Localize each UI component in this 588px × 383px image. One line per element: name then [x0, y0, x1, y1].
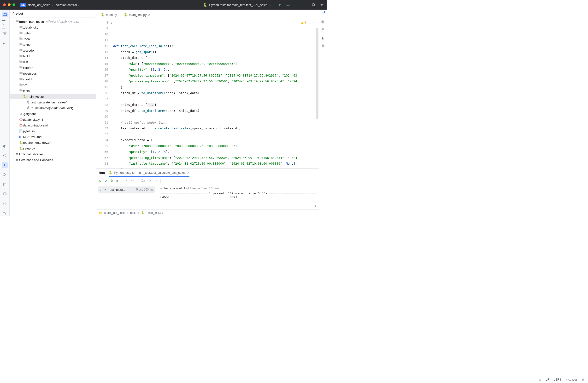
- editor-gutter[interactable]: 8▶9101112131415161718›252627282930313233…: [96, 18, 110, 168]
- breadcrumb-segment[interactable]: main_test.py: [147, 211, 163, 215]
- tests-passed-suffix: of 1 test – 5 sec 160 ms: [185, 186, 219, 190]
- test-console[interactable]: ✔ Tests passed: 1 of 1 test – 5 sec 160 …: [157, 185, 319, 209]
- tree-file[interactable]: 🐍requirements-dev.txt: [10, 140, 96, 145]
- toggle-auto-test-button[interactable]: ⥁: [111, 179, 113, 183]
- expand-all-button[interactable]: ⤢: [148, 179, 151, 183]
- tree-file[interactable]: M↓README.md: [10, 134, 96, 140]
- tab-main-test-py[interactable]: 🐍 main_test.py ✕: [121, 12, 153, 18]
- tree-file[interactable]: 🐍setup.py: [10, 145, 96, 151]
- more-tool-button[interactable]: ⋯: [2, 40, 8, 46]
- tree-file-main-test[interactable]: ⌵🐍main_test.py: [10, 94, 96, 99]
- svg-point-7: [312, 3, 315, 6]
- maximize-window-button[interactable]: [12, 3, 15, 6]
- tree-file[interactable]: Ⓨdatacontract.yaml: [10, 122, 96, 128]
- tree-folder[interactable]: ›dist: [10, 59, 96, 65]
- editor-tabs: 🐍 main.py 🐍 main_test.py ✕ ⋮: [96, 10, 319, 18]
- tree-folder[interactable]: ›fixtures: [10, 65, 96, 70]
- tree-file[interactable]: Ⓨdatabricks.yml: [10, 117, 96, 122]
- show-passed-button[interactable]: ✓: [125, 179, 128, 183]
- tree-folder[interactable]: ›.vscode: [10, 47, 96, 53]
- editor-area: 🐍 main.py 🐍 main_test.py ✕ ⋮ 8▶910111213…: [96, 10, 319, 216]
- settings-button[interactable]: [320, 3, 324, 7]
- breadcrumb-segment[interactable]: stock_last_sales: [104, 211, 126, 215]
- tree-function[interactable]: ⓕtest_calculate_last_sales(): [10, 99, 96, 105]
- tree-external-libraries[interactable]: ›𝌆External Libraries: [10, 151, 96, 157]
- run-configuration-selector[interactable]: 🐍 Python tests for main_test.test_…st_sa…: [203, 3, 271, 7]
- tree-root[interactable]: ⌵stock_last_sales~/Projects/databricks-d…: [10, 19, 96, 24]
- test-results-time: 5 sec 160 ms: [136, 188, 153, 191]
- search-everywhere-button[interactable]: [312, 3, 315, 7]
- git-tool-button[interactable]: [2, 172, 8, 178]
- svg-line-8: [315, 5, 315, 6]
- python-console-button[interactable]: ◐: [2, 143, 8, 149]
- tree-folder[interactable]: ›build: [10, 53, 96, 59]
- project-panel-header[interactable]: Project ⌵: [10, 10, 96, 18]
- test-results-tree[interactable]: ⌵ ✔ Test Results 5 sec 160 ms: [96, 185, 157, 209]
- warning-badge[interactable]: 8: [301, 20, 306, 26]
- run-toolbar-more-button[interactable]: ⋮: [164, 179, 167, 183]
- structure-tool-button[interactable]: [2, 31, 8, 37]
- debug-button[interactable]: [286, 3, 290, 7]
- breadcrumb-segment[interactable]: tests: [130, 211, 136, 215]
- commit-tool-button[interactable]: —○—: [2, 21, 8, 27]
- tree-function[interactable]: ⓕto_dataframe(spark, data_dict): [10, 105, 96, 111]
- vcs-tool-button[interactable]: [2, 210, 8, 216]
- tree-folder[interactable]: ›resources: [10, 70, 96, 76]
- editor-tabs-more-button[interactable]: ⋮: [311, 12, 317, 18]
- project-badge: SS: [20, 3, 26, 7]
- editor-scrollbar[interactable]: [316, 28, 318, 119]
- show-ignored-button[interactable]: ⊘: [131, 179, 134, 183]
- close-window-button[interactable]: [3, 3, 6, 6]
- more-actions-button[interactable]: ⋮: [294, 3, 298, 7]
- tree-scratches[interactable]: ›≣Scratches and Consoles: [10, 157, 96, 163]
- project-selector[interactable]: SS stock_last_sales ⌵: [20, 3, 53, 7]
- databricks-button[interactable]: ◗: [322, 36, 324, 40]
- editor-body: 8▶9101112131415161718›252627282930313233…: [96, 18, 319, 168]
- tree-file[interactable]: 📄pytest.ini: [10, 128, 96, 134]
- tree-folder[interactable]: ›.venv: [10, 42, 96, 47]
- rerun-failed-button[interactable]: ⟳: [105, 179, 107, 183]
- python-icon: 🐍: [141, 211, 145, 215]
- tree-folder-tests[interactable]: ⌵tests: [10, 88, 96, 94]
- ai-assistant-button[interactable]: ⓐ: [321, 20, 324, 24]
- test-history-button[interactable]: ◷: [154, 179, 157, 183]
- tab-main-py[interactable]: 🐍 main.py: [98, 12, 120, 18]
- database-tool-button[interactable]: [321, 28, 325, 32]
- tree-folder[interactable]: ›.github: [10, 30, 96, 36]
- editor-inspection-badges[interactable]: 8 ︿ ﹀: [301, 20, 315, 26]
- next-highlight-button[interactable]: ﹀: [313, 20, 315, 26]
- svg-rect-12: [4, 34, 5, 35]
- close-tab-button[interactable]: ✕: [148, 13, 150, 17]
- version-control-menu[interactable]: Version control ⌵: [56, 3, 79, 7]
- tree-file[interactable]: ⊘.gitignore: [10, 111, 96, 117]
- svg-line-5: [287, 5, 287, 5]
- services-tool-button[interactable]: ⬡: [2, 153, 8, 158]
- run-config-tab[interactable]: 🐍 Python tests for main_test.test_calcul…: [109, 171, 189, 175]
- prev-highlight-button[interactable]: ︿: [308, 20, 311, 26]
- code-editor[interactable]: 8 ︿ ﹀ def test_calculate_last_sales(): s…: [110, 18, 319, 168]
- run-button[interactable]: [278, 3, 282, 7]
- sciview-button[interactable]: ▥: [322, 44, 324, 47]
- project-header-label: Project: [12, 12, 23, 15]
- tree-folder[interactable]: ›.databricks: [10, 24, 96, 30]
- tree-folder[interactable]: ›.idea: [10, 36, 96, 42]
- minimize-window-button[interactable]: [8, 3, 11, 6]
- sort-button[interactable]: ↧≡: [141, 179, 145, 183]
- database-tool-button[interactable]: ◫: [2, 181, 8, 187]
- project-tool-button[interactable]: [2, 12, 8, 17]
- warning-count: 8: [304, 20, 306, 26]
- stop-button[interactable]: ■: [116, 179, 118, 183]
- terminal-tool-button[interactable]: [2, 191, 8, 197]
- run-tool-button[interactable]: [2, 162, 8, 168]
- tree-folder[interactable]: ›scratch: [10, 76, 96, 82]
- tree-folder[interactable]: ›src: [10, 82, 96, 88]
- svg-point-20: [4, 212, 4, 213]
- notifications-button[interactable]: [321, 12, 325, 16]
- scroll-to-end-button[interactable]: ❯: [314, 204, 316, 208]
- close-run-tab-button[interactable]: ✕: [187, 171, 189, 175]
- rerun-button[interactable]: ↻: [99, 179, 102, 183]
- problems-tool-button[interactable]: [2, 201, 8, 206]
- project-tree[interactable]: ⌵stock_last_sales~/Projects/databricks-d…: [10, 18, 96, 216]
- folder-icon: 📁: [99, 211, 102, 215]
- test-results-row[interactable]: ⌵ ✔ Test Results 5 sec 160 ms: [98, 186, 155, 193]
